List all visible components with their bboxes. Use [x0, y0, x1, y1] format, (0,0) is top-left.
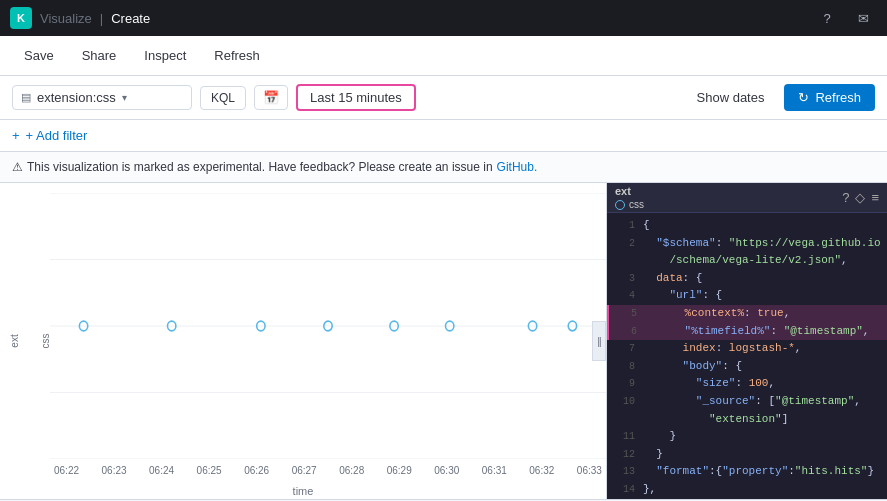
code-line-2: 2 "$schema": "https://vega.github.io /sc… [607, 235, 887, 270]
x-label-8: 06:30 [434, 465, 459, 476]
legend-css-label: css [629, 199, 644, 210]
line-content-13: "format":{"property":"hits.hits"} [643, 463, 883, 481]
x-label-9: 06:31 [482, 465, 507, 476]
x-label-7: 06:29 [387, 465, 412, 476]
legend: ext css [615, 185, 644, 210]
x-labels: 06:22 06:23 06:24 06:25 06:26 06:27 06:2… [50, 465, 606, 476]
show-dates-button[interactable]: Show dates [685, 86, 777, 109]
chart-area [50, 193, 606, 459]
code-line-14: 14 }, [607, 481, 887, 499]
inspect-button[interactable]: Inspect [132, 42, 198, 69]
line-num-8: 8 [611, 358, 635, 376]
main-content: ext css 06:22 [0, 183, 887, 499]
chart-panel: ext css 06:22 [0, 183, 607, 499]
line-content-8: "body": { [643, 358, 883, 376]
refresh-nav-button[interactable]: Refresh [202, 42, 272, 69]
line-num-11: 11 [611, 428, 635, 446]
code-line-1: 1 { [607, 217, 887, 235]
help-code-icon[interactable]: ? [842, 190, 849, 205]
x-label-10: 06:32 [529, 465, 554, 476]
code-panel-icons: ? ◇ ≡ [842, 190, 879, 205]
refresh-icon: ↻ [798, 90, 809, 105]
experimental-text: This visualization is marked as experime… [27, 160, 493, 174]
line-num-3: 3 [611, 270, 635, 288]
code-line-8: 8 "body": { [607, 358, 887, 376]
time-picker[interactable]: Last 15 minutes [296, 84, 416, 111]
filter-bar: ▤ extension:css ▾ KQL 📅 Last 15 minutes … [0, 76, 887, 120]
dropdown-icon: ▾ [122, 92, 127, 103]
code-line-10: 10 "_source": ["@timestamp", "extension"… [607, 393, 887, 428]
line-num-1: 1 [611, 217, 635, 235]
line-content-5: %context%: true, [645, 305, 883, 323]
add-icon: + [12, 128, 20, 143]
code-line-15: 15 "transform": [ [607, 499, 887, 500]
line-num-4: 4 [611, 287, 635, 305]
line-content-9: "size": 100, [643, 375, 883, 393]
collapse-button[interactable]: ‖ [592, 321, 606, 361]
calendar-icon: 📅 [263, 90, 279, 105]
line-content-3: data: { [643, 270, 883, 288]
line-content-7: index: logstash-*, [643, 340, 883, 358]
line-num-13: 13 [611, 463, 635, 481]
filter-input-wrapper[interactable]: ▤ extension:css ▾ [12, 85, 192, 110]
line-content-10: "_source": ["@timestamp", "extension"] [643, 393, 883, 428]
layers-icon[interactable]: ◇ [855, 190, 865, 205]
x-label-5: 06:27 [292, 465, 317, 476]
line-num-10: 10 [611, 393, 635, 428]
code-line-5: 5 %context%: true, [607, 305, 887, 323]
code-line-13: 13 "format":{"property":"hits.hits"} [607, 463, 887, 481]
code-line-4: 4 "url": { [607, 287, 887, 305]
code-line-11: 11 } [607, 428, 887, 446]
app-name: Visualize [40, 11, 92, 26]
code-line-12: 12 } [607, 446, 887, 464]
save-button[interactable]: Save [12, 42, 66, 69]
line-num-5: 5 [613, 305, 637, 323]
menu-icon[interactable]: ≡ [871, 190, 879, 205]
x-label-6: 06:28 [339, 465, 364, 476]
experimental-notice: ⚠ This visualization is marked as experi… [0, 152, 887, 183]
x-label-2: 06:24 [149, 465, 174, 476]
code-line-7: 7 index: logstash-*, [607, 340, 887, 358]
collapse-icon: ‖ [597, 336, 602, 347]
code-line-6: 6 "%timefield%": "@timestamp", [607, 323, 887, 341]
line-num-15: 15 [611, 499, 635, 500]
line-num-14: 14 [611, 481, 635, 499]
line-num-9: 9 [611, 375, 635, 393]
x-label-3: 06:25 [197, 465, 222, 476]
page-name: Create [111, 11, 150, 26]
line-num-7: 7 [611, 340, 635, 358]
line-content-1: { [643, 217, 883, 235]
kql-button[interactable]: KQL [200, 86, 246, 110]
add-filter-row: + + Add filter [0, 120, 887, 152]
code-content[interactable]: 1 { 2 "$schema": "https://vega.github.io… [607, 213, 887, 499]
add-filter-link[interactable]: + Add filter [26, 128, 88, 143]
line-content-4: "url": { [643, 287, 883, 305]
share-button[interactable]: Share [70, 42, 129, 69]
line-content-6: "%timefield%": "@timestamp", [645, 323, 883, 341]
x-axis-title: time [293, 485, 314, 497]
line-content-15: "transform": [ [643, 499, 883, 500]
line-num-6: 6 [613, 323, 637, 341]
chart-svg [50, 193, 606, 459]
x-axis: 06:22 06:23 06:24 06:25 06:26 06:27 06:2… [50, 461, 606, 499]
mail-icon[interactable]: ✉ [849, 4, 877, 32]
separator: | [100, 11, 103, 26]
line-num-12: 12 [611, 446, 635, 464]
top-bar: K Visualize | Create ? ✉ [0, 0, 887, 36]
x-label-0: 06:22 [54, 465, 79, 476]
nav-bar: Save Share Inspect Refresh [0, 36, 887, 76]
y-axis-label-ext: ext [9, 334, 20, 347]
x-label-4: 06:26 [244, 465, 269, 476]
calendar-button[interactable]: 📅 [254, 85, 288, 110]
x-label-11: 06:33 [577, 465, 602, 476]
code-line-9: 9 "size": 100, [607, 375, 887, 393]
github-link[interactable]: GitHub. [497, 160, 538, 174]
line-content-2: "$schema": "https://vega.github.io /sche… [643, 235, 883, 270]
legend-ext-label: ext [615, 185, 644, 197]
line-content-12: } [643, 446, 883, 464]
filter-text: extension:css [37, 90, 116, 105]
legend-css-item: css [615, 199, 644, 210]
line-num-2: 2 [611, 235, 635, 270]
help-icon[interactable]: ? [813, 4, 841, 32]
refresh-button[interactable]: ↻ Refresh [784, 84, 875, 111]
